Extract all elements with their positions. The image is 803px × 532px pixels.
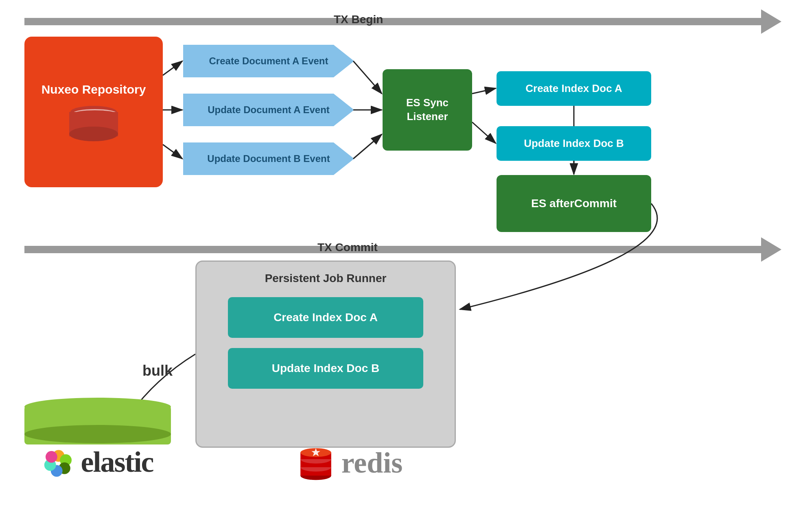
elastic-flower-icon bbox=[42, 446, 75, 479]
svg-line-18 bbox=[353, 61, 382, 94]
tx-begin-arrow-body bbox=[24, 18, 761, 25]
create-index-a-top-label: Create Index Doc A bbox=[525, 82, 622, 95]
tx-commit-label: TX Commit bbox=[317, 241, 378, 254]
persistent-update-index-box: Update Index Doc B bbox=[228, 348, 423, 389]
svg-line-17 bbox=[163, 144, 182, 159]
redis-wordmark: redis bbox=[341, 446, 403, 480]
svg-line-22 bbox=[472, 122, 496, 143]
persistent-runner-title: Persistent Job Runner bbox=[265, 272, 387, 285]
svg-line-15 bbox=[163, 61, 182, 75]
svg-line-20 bbox=[353, 134, 382, 159]
persistent-create-index-box: Create Index Doc A bbox=[228, 297, 423, 338]
elastic-cylinder-icon bbox=[24, 398, 171, 443]
tx-commit-arrow bbox=[24, 239, 781, 260]
persistent-update-label: Update Index Doc B bbox=[272, 362, 379, 375]
tx-begin-arrow bbox=[24, 11, 781, 32]
es-sync-label: ES SyncListener bbox=[406, 96, 449, 124]
nuxeo-label: Nuxeo Repository bbox=[42, 83, 146, 96]
tx-commit-arrow-head bbox=[761, 237, 781, 262]
nuxeo-db-icon bbox=[69, 105, 118, 141]
es-after-label: ES afterCommit bbox=[531, 197, 617, 210]
nuxeo-repository-box: Nuxeo Repository bbox=[24, 37, 163, 187]
create-index-a-top-box: Create Index Doc A bbox=[497, 71, 651, 106]
create-doc-a-event: Create Document A Event bbox=[183, 45, 354, 77]
bulk-label: bulk bbox=[142, 362, 173, 379]
es-sync-listener-box: ES SyncListener bbox=[383, 69, 472, 151]
redis-logo-area: redis bbox=[260, 418, 440, 508]
update-index-b-top-box: Update Index Doc B bbox=[497, 126, 651, 161]
update-doc-a-label: Update Document A Event bbox=[208, 104, 330, 116]
tx-begin-arrow-head bbox=[761, 9, 781, 34]
diagram-container: TX Begin TX Commit Nuxeo Repository Crea… bbox=[0, 0, 803, 532]
tx-commit-arrow-body bbox=[24, 246, 761, 253]
update-index-b-top-label: Update Index Doc B bbox=[524, 137, 624, 150]
update-doc-b-label: Update Document B Event bbox=[207, 153, 330, 164]
elastic-logo: elastic bbox=[24, 398, 171, 479]
redis-icon bbox=[298, 444, 334, 481]
persistent-create-label: Create Index Doc A bbox=[274, 311, 378, 324]
svg-point-5 bbox=[46, 451, 57, 463]
elastic-wordmark: elastic bbox=[81, 445, 153, 479]
update-doc-a-event: Update Document A Event bbox=[183, 94, 354, 126]
update-doc-b-event: Update Document B Event bbox=[183, 142, 354, 175]
es-after-commit-box: ES afterCommit bbox=[497, 175, 651, 232]
db-bottom bbox=[69, 127, 118, 141]
tx-begin-label: TX Begin bbox=[334, 13, 383, 26]
create-doc-a-label: Create Document A Event bbox=[209, 55, 328, 67]
elastic-text-row: elastic bbox=[42, 445, 153, 479]
svg-line-21 bbox=[472, 88, 496, 94]
